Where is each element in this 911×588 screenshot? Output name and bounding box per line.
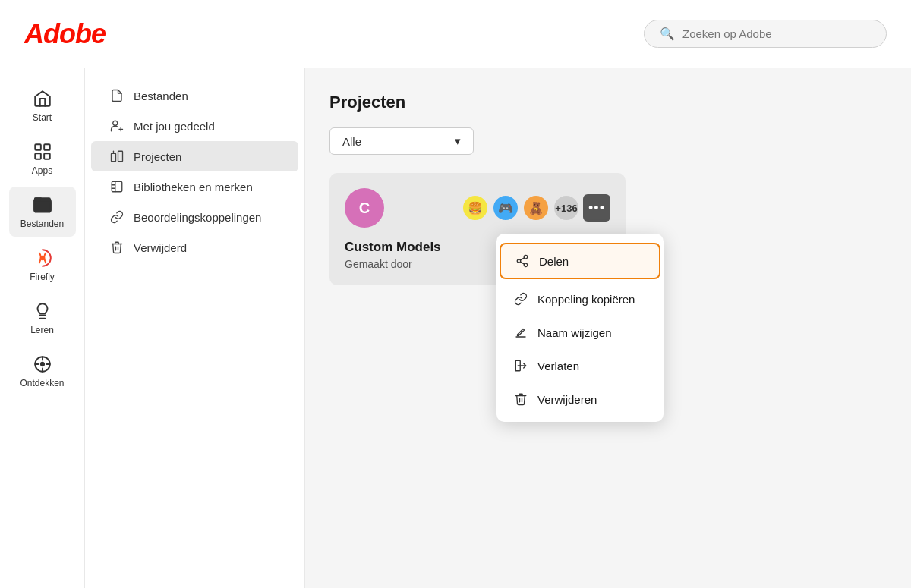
folder-icon: [32, 194, 53, 215]
project-card: C 🍔 🎮 🧸 +136 ••• Custom Models Gemaakt d…: [329, 173, 626, 285]
svg-line-24: [520, 258, 524, 260]
dropdown-item-verlaten[interactable]: Verlaten: [500, 349, 660, 382]
project-avatar: C: [345, 188, 384, 228]
chevron-down-icon: ▾: [455, 134, 461, 148]
dropdown-menu: Delen Koppeling kopiëren: [496, 234, 664, 422]
nav-verwijderd[interactable]: Verwijderd: [91, 232, 298, 263]
search-icon: 🔍: [660, 27, 675, 41]
bestanden-label: Bestanden: [20, 219, 64, 229]
sidebar-item-firefly[interactable]: Firefly: [9, 240, 76, 290]
card-top: C 🍔 🎮 🧸 +136 •••: [345, 188, 610, 228]
sidebar-item-apps[interactable]: Apps: [9, 134, 76, 184]
sidebar-item-start[interactable]: Start: [9, 80, 76, 130]
sidebar-item-bestanden[interactable]: Bestanden: [9, 187, 76, 237]
sidebar-item-ontdekken[interactable]: Ontdekken: [9, 346, 76, 396]
more-options-button[interactable]: •••: [583, 194, 610, 222]
edit-icon: [513, 325, 528, 340]
dropdown-item-koppeling[interactable]: Koppeling kopiëren: [500, 282, 660, 316]
nav-bibliotheken-label: Bibliotheken en merken: [134, 181, 253, 193]
trash-icon: [109, 240, 125, 255]
apps-icon: [32, 141, 53, 162]
dropdown-item-naam[interactable]: Naam wijzigen: [500, 316, 660, 349]
leren-label: Leren: [30, 325, 54, 335]
compass-icon: [32, 354, 53, 375]
koppeling-label: Koppeling kopiëren: [537, 293, 635, 306]
projects-icon: [109, 149, 125, 164]
start-label: Start: [33, 112, 52, 123]
page-title: Projecten: [329, 93, 887, 112]
svg-rect-19: [112, 181, 122, 192]
file-icon: [109, 88, 125, 103]
svg-rect-1: [44, 144, 50, 150]
library-icon: [109, 179, 125, 194]
nav-beoordelingskoppelingen-label: Beoordelingskoppelingen: [134, 211, 261, 224]
nav-sidebar: Bestanden Met jou gedeeld Projecten: [85, 68, 305, 588]
ontdekken-label: Ontdekken: [20, 378, 64, 388]
filter-label: Alle: [342, 135, 361, 148]
dropdown-item-verwijderen[interactable]: Verwijderen: [500, 382, 660, 416]
card-avatars-right: 🍔 🎮 🧸 +136 •••: [462, 194, 610, 222]
nav-projecten[interactable]: Projecten: [91, 141, 298, 171]
main-layout: Start Apps: [0, 68, 911, 588]
verlaten-label: Verlaten: [537, 360, 579, 373]
filter-row: Alle ▾: [329, 127, 887, 155]
nav-bestanden[interactable]: Bestanden: [91, 80, 298, 111]
nav-bibliotheken[interactable]: Bibliotheken en merken: [91, 171, 298, 202]
home-icon: [32, 88, 53, 109]
nav-projecten-label: Projecten: [134, 150, 181, 163]
filter-dropdown[interactable]: Alle ▾: [329, 127, 474, 155]
svg-rect-0: [35, 144, 41, 150]
nav-bestanden-label: Bestanden: [134, 90, 188, 102]
nav-met-jou-gedeeld-label: Met jou gedeeld: [134, 120, 215, 133]
svg-rect-2: [35, 153, 41, 159]
icon-sidebar: Start Apps: [0, 68, 85, 588]
svg-rect-17: [118, 151, 123, 162]
content-area: Projecten Alle ▾ C 🍔 🎮 🧸 +136 ••• Custom…: [305, 68, 911, 588]
avatar-1: 🍔: [462, 194, 489, 222]
svg-point-8: [39, 256, 45, 261]
firefly-icon: [32, 247, 53, 269]
nav-verwijderd-label: Verwijderd: [134, 241, 187, 254]
avatar-3: 🧸: [522, 194, 550, 222]
link-icon: [109, 209, 125, 225]
share-icon: [515, 253, 530, 269]
search-input[interactable]: [682, 27, 871, 40]
avatar-plus: +136: [553, 194, 580, 222]
svg-point-15: [113, 121, 118, 125]
copy-link-icon: [513, 291, 528, 307]
header: Adobe 🔍: [0, 0, 911, 68]
naam-label: Naam wijzigen: [537, 326, 612, 339]
svg-rect-3: [44, 153, 50, 159]
firefly-label: Firefly: [30, 272, 55, 282]
dropdown-item-delen[interactable]: Delen: [500, 243, 660, 279]
svg-rect-16: [112, 153, 116, 162]
verwijderen-label: Verwijderen: [537, 393, 597, 406]
svg-point-10: [40, 363, 43, 366]
lightbulb-icon: [32, 300, 53, 322]
search-bar[interactable]: 🔍: [644, 20, 887, 48]
leave-icon: [513, 358, 528, 373]
nav-met-jou-gedeeld[interactable]: Met jou gedeeld: [91, 111, 298, 141]
delete-icon: [513, 391, 528, 407]
apps-label: Apps: [32, 165, 52, 176]
nav-beoordelingskoppelingen[interactable]: Beoordelingskoppelingen: [91, 202, 298, 232]
sidebar-item-leren[interactable]: Leren: [9, 293, 76, 343]
avatar-2: 🎮: [492, 194, 519, 222]
person-share-icon: [109, 118, 125, 134]
adobe-logo: Adobe: [24, 18, 106, 50]
delen-label: Delen: [539, 255, 569, 268]
svg-line-23: [520, 262, 524, 264]
